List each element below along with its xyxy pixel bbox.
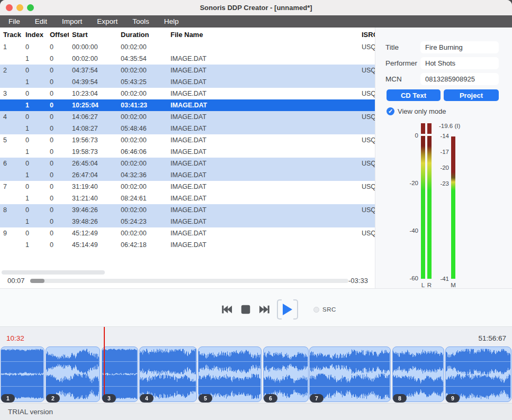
table-row[interactable]: 1019:58:7306:46:06IMAGE.DAT xyxy=(0,146,375,158)
column-header-file-name[interactable]: File Name xyxy=(167,31,358,39)
menu-item-import[interactable]: Import xyxy=(55,15,89,28)
seek-slider[interactable] xyxy=(30,279,348,283)
cell-duration: 00:02:00 xyxy=(118,67,167,74)
table-row[interactable]: 1026:47:0404:32:36IMAGE.DAT xyxy=(0,169,375,181)
table-row[interactable]: 90045:12:4900:02:00IMAGE.DATUSQ xyxy=(0,227,375,239)
table-row[interactable]: 20004:37:5400:02:00IMAGE.DATUSQ xyxy=(0,65,375,76)
play-button[interactable] xyxy=(277,299,298,319)
table-row[interactable]: 1039:48:2605:24:23IMAGE.DAT xyxy=(0,216,375,227)
previous-track-button[interactable] xyxy=(221,304,232,315)
zoom-window-icon[interactable] xyxy=(27,4,34,11)
column-header-offset[interactable]: Offset xyxy=(47,31,69,39)
main-area: TrackIndexOffsetStartDurationFile NameIS… xyxy=(0,28,512,288)
src-label: SRC xyxy=(322,306,336,313)
cell-file: IMAGE.DAT xyxy=(167,55,358,62)
table-row[interactable]: 1004:39:5405:43:25IMAGE.DAT xyxy=(0,76,375,88)
mcn-field[interactable] xyxy=(420,73,499,85)
menu-item-edit[interactable]: Edit xyxy=(28,15,55,28)
cell-offset: 0 xyxy=(47,195,69,202)
cd-text-button[interactable]: CD Text xyxy=(387,89,441,101)
cell-index: 0 xyxy=(22,90,47,97)
play-icon xyxy=(283,304,292,315)
m-meter-tick: -14 xyxy=(433,133,449,139)
next-track-button[interactable] xyxy=(259,304,271,315)
cell-isrc: USQ xyxy=(358,90,375,97)
cell-offset: 0 xyxy=(47,148,69,156)
table-row[interactable]: 1010:25:0403:41:23IMAGE.DAT xyxy=(0,99,375,111)
track-marker[interactable]: 8 xyxy=(393,394,407,403)
cell-file: IMAGE.DAT xyxy=(167,78,358,86)
waveform-image xyxy=(46,347,99,401)
project-button[interactable]: Project xyxy=(444,89,499,101)
close-window-icon[interactable] xyxy=(6,4,13,11)
track-marker[interactable]: 7 xyxy=(310,394,324,403)
track-marker[interactable]: 2 xyxy=(46,394,60,403)
column-header-index[interactable]: Index xyxy=(22,31,47,39)
table-row[interactable]: 1031:21:4008:24:61IMAGE.DAT xyxy=(0,193,375,204)
cell-file: IMAGE.DAT xyxy=(167,230,358,237)
cell-duration: 05:43:25 xyxy=(118,78,167,86)
table-row[interactable]: 70031:19:4000:02:00IMAGE.DATUSQ xyxy=(0,181,375,193)
minimize-window-icon[interactable] xyxy=(16,4,23,11)
cell-isrc: USQ xyxy=(358,206,375,214)
table-row[interactable]: 60026:45:0400:02:00IMAGE.DATUSQ xyxy=(0,158,375,169)
clip-indicator-left xyxy=(421,123,425,134)
cell-start: 45:14:49 xyxy=(69,241,118,249)
track-marker[interactable]: 5 xyxy=(199,394,212,403)
menu-item-export[interactable]: Export xyxy=(89,15,125,28)
clip-indicator-right xyxy=(427,123,432,134)
cell-index: 0 xyxy=(22,183,47,190)
title-label: Title xyxy=(385,41,399,53)
stop-button[interactable] xyxy=(240,304,251,315)
cell-duration: 00:02:00 xyxy=(118,230,167,237)
cell-duration: 05:24:23 xyxy=(118,218,167,225)
horizontal-scrollbar[interactable] xyxy=(2,270,105,275)
cell-index: 1 xyxy=(22,241,47,249)
cell-start: 19:58:73 xyxy=(69,148,118,156)
track-marker[interactable]: 4 xyxy=(140,394,154,403)
cell-index: 0 xyxy=(22,43,47,51)
track-marker[interactable]: 3 xyxy=(102,394,116,403)
waveform-image xyxy=(1,347,43,401)
cell-index: 1 xyxy=(22,125,47,132)
cell-start: 39:48:26 xyxy=(69,218,118,225)
track-marker[interactable]: 9 xyxy=(446,394,460,403)
track-marker[interactable]: 1 xyxy=(1,394,15,403)
table-row[interactable]: 1014:08:2705:48:46IMAGE.DAT xyxy=(0,123,375,134)
column-header-start[interactable]: Start xyxy=(69,31,118,39)
cell-isrc: USQ xyxy=(358,67,375,74)
m-meter-tick: -17 xyxy=(433,149,449,155)
menu-item-help[interactable]: Help xyxy=(157,15,186,28)
cell-file: IMAGE.DAT xyxy=(167,67,358,74)
table-row[interactable]: 80039:46:2600:02:00IMAGE.DATUSQ xyxy=(0,204,375,216)
menu-item-file[interactable]: File xyxy=(1,15,28,28)
level-meter-left xyxy=(421,136,425,279)
table-row[interactable]: 30010:23:0400:02:00IMAGE.DATUSQ xyxy=(0,88,375,99)
waveform-segment[interactable] xyxy=(309,346,391,402)
cell-track: 6 xyxy=(0,160,22,167)
cell-offset: 0 xyxy=(47,78,69,86)
table-row[interactable]: 10000:00:0000:02:00USQ xyxy=(0,41,375,53)
cell-index: 1 xyxy=(22,55,47,62)
table-row[interactable]: 50019:56:7300:02:00IMAGE.DATUSQ xyxy=(0,134,375,146)
waveform-timeline[interactable]: 10:32 51:56:67 123456789 xyxy=(0,327,512,403)
cell-offset: 0 xyxy=(47,136,69,144)
cell-offset: 0 xyxy=(47,90,69,97)
column-header-track[interactable]: Track xyxy=(0,31,22,39)
column-header-duration[interactable]: Duration xyxy=(118,31,167,39)
play-focus-bracket-right xyxy=(293,299,298,319)
table-row[interactable]: 40014:06:2700:02:00IMAGE.DATUSQ xyxy=(0,111,375,123)
cell-duration: 04:35:54 xyxy=(118,55,167,62)
track-marker[interactable]: 6 xyxy=(264,394,277,403)
column-header-isrc[interactable]: ISRC xyxy=(358,31,375,39)
table-row[interactable]: 1000:02:0004:35:54IMAGE.DAT xyxy=(0,53,375,65)
view-only-mode-toggle[interactable]: ✓ View only mode xyxy=(387,107,446,115)
trial-version-label: TRIAL version xyxy=(8,408,53,416)
menu-item-tools[interactable]: Tools xyxy=(125,15,157,28)
table-row[interactable]: 1045:14:4906:42:18IMAGE.DAT xyxy=(0,239,375,251)
title-field[interactable] xyxy=(420,41,499,53)
seek-slider-thumb[interactable] xyxy=(30,279,44,283)
playhead-cursor[interactable] xyxy=(104,327,105,402)
loudness-meter xyxy=(451,136,455,279)
performer-field[interactable] xyxy=(420,57,499,69)
